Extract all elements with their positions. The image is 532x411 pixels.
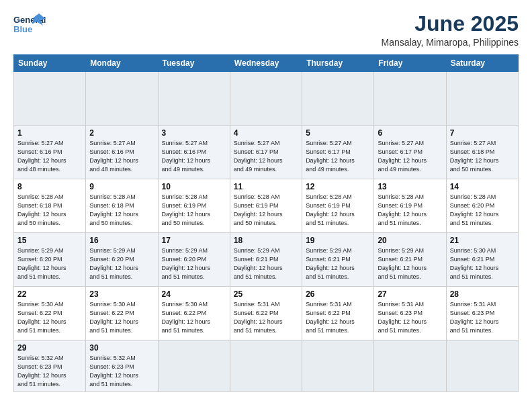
day-number: 9	[89, 182, 154, 191]
day-info: Sunrise: 5:30 AMSunset: 6:22 PMDaylight:…	[17, 301, 66, 334]
day-info: Sunrise: 5:30 AMSunset: 6:22 PMDaylight:…	[89, 301, 138, 334]
day-number: 19	[306, 236, 370, 245]
col-thursday: Thursday	[302, 55, 374, 72]
table-cell	[446, 72, 518, 126]
table-cell: 13Sunrise: 5:28 AMSunset: 6:19 PMDayligh…	[374, 179, 446, 233]
col-tuesday: Tuesday	[158, 55, 230, 72]
day-info: Sunrise: 5:28 AMSunset: 6:18 PMDaylight:…	[17, 193, 66, 226]
day-info: Sunrise: 5:30 AMSunset: 6:22 PMDaylight:…	[162, 301, 211, 334]
day-number: 27	[378, 289, 442, 299]
day-info: Sunrise: 5:28 AMSunset: 6:19 PMDaylight:…	[162, 193, 211, 226]
table-cell: 4Sunrise: 5:27 AMSunset: 6:17 PMDaylight…	[230, 126, 302, 179]
day-info: Sunrise: 5:29 AMSunset: 6:20 PMDaylight:…	[162, 247, 211, 280]
table-cell: 5Sunrise: 5:27 AMSunset: 6:17 PMDaylight…	[302, 126, 374, 179]
day-info: Sunrise: 5:28 AMSunset: 6:18 PMDaylight:…	[89, 193, 138, 226]
table-cell: 19Sunrise: 5:29 AMSunset: 6:21 PMDayligh…	[302, 233, 374, 287]
table-cell: 1Sunrise: 5:27 AMSunset: 6:16 PMDaylight…	[14, 126, 86, 179]
day-info: Sunrise: 5:31 AMSunset: 6:22 PMDaylight:…	[234, 301, 283, 334]
table-cell: 30Sunrise: 5:32 AMSunset: 6:23 PMDayligh…	[86, 340, 158, 392]
logo: General Blue	[13, 12, 46, 38]
day-number: 15	[17, 236, 82, 245]
table-cell: 7Sunrise: 5:27 AMSunset: 6:18 PMDaylight…	[446, 126, 518, 179]
table-cell	[230, 340, 302, 392]
day-number: 4	[234, 128, 298, 138]
table-cell: 9Sunrise: 5:28 AMSunset: 6:18 PMDaylight…	[86, 179, 158, 233]
table-cell	[158, 72, 230, 126]
table-cell: 28Sunrise: 5:31 AMSunset: 6:23 PMDayligh…	[446, 287, 518, 340]
day-number: 24	[162, 289, 226, 299]
table-cell: 26Sunrise: 5:31 AMSunset: 6:22 PMDayligh…	[302, 287, 374, 340]
table-cell: 8Sunrise: 5:28 AMSunset: 6:18 PMDaylight…	[14, 179, 86, 233]
day-info: Sunrise: 5:29 AMSunset: 6:20 PMDaylight:…	[89, 247, 138, 280]
table-cell: 21Sunrise: 5:30 AMSunset: 6:21 PMDayligh…	[446, 233, 518, 287]
day-info: Sunrise: 5:31 AMSunset: 6:22 PMDaylight:…	[306, 301, 355, 334]
col-monday: Monday	[86, 55, 158, 72]
day-number: 20	[378, 236, 442, 245]
day-number: 13	[378, 182, 442, 191]
col-sunday: Sunday	[14, 55, 86, 72]
table-cell: 29Sunrise: 5:32 AMSunset: 6:23 PMDayligh…	[14, 340, 86, 392]
table-cell	[302, 72, 374, 126]
day-info: Sunrise: 5:30 AMSunset: 6:21 PMDaylight:…	[450, 247, 499, 280]
day-info: Sunrise: 5:29 AMSunset: 6:21 PMDaylight:…	[306, 247, 355, 280]
col-friday: Friday	[374, 55, 446, 72]
table-cell: 27Sunrise: 5:31 AMSunset: 6:23 PMDayligh…	[374, 287, 446, 340]
table-cell	[446, 340, 518, 392]
day-info: Sunrise: 5:27 AMSunset: 6:16 PMDaylight:…	[162, 140, 211, 173]
day-number: 2	[89, 128, 154, 138]
day-number: 8	[17, 182, 82, 191]
table-cell: 25Sunrise: 5:31 AMSunset: 6:22 PMDayligh…	[230, 287, 302, 340]
day-info: Sunrise: 5:28 AMSunset: 6:19 PMDaylight:…	[378, 193, 427, 226]
title-block: June 2025 Mansalay, Mimaropa, Philippine…	[382, 12, 519, 48]
day-number: 14	[450, 182, 515, 191]
table-cell: 15Sunrise: 5:29 AMSunset: 6:20 PMDayligh…	[14, 233, 86, 287]
location: Mansalay, Mimaropa, Philippines	[382, 37, 519, 48]
table-cell: 3Sunrise: 5:27 AMSunset: 6:16 PMDaylight…	[158, 126, 230, 179]
table-cell: 6Sunrise: 5:27 AMSunset: 6:17 PMDaylight…	[374, 126, 446, 179]
day-number: 30	[89, 343, 154, 353]
logo-icon: General Blue	[13, 12, 46, 38]
table-cell: 10Sunrise: 5:28 AMSunset: 6:19 PMDayligh…	[158, 179, 230, 233]
day-number: 5	[306, 128, 370, 138]
table-cell: 22Sunrise: 5:30 AMSunset: 6:22 PMDayligh…	[14, 287, 86, 340]
day-info: Sunrise: 5:28 AMSunset: 6:19 PMDaylight:…	[234, 193, 283, 226]
month-title: June 2025	[382, 12, 519, 36]
day-number: 25	[234, 289, 298, 299]
day-info: Sunrise: 5:32 AMSunset: 6:23 PMDaylight:…	[89, 355, 138, 387]
day-number: 10	[162, 182, 226, 191]
calendar-header-row: Sunday Monday Tuesday Wednesday Thursday…	[14, 55, 519, 72]
day-number: 26	[306, 289, 370, 299]
table-cell	[158, 340, 230, 392]
table-cell: 20Sunrise: 5:29 AMSunset: 6:21 PMDayligh…	[374, 233, 446, 287]
day-info: Sunrise: 5:29 AMSunset: 6:21 PMDaylight:…	[234, 247, 283, 280]
table-cell: 14Sunrise: 5:28 AMSunset: 6:20 PMDayligh…	[446, 179, 518, 233]
day-number: 1	[17, 128, 82, 138]
calendar-table: Sunday Monday Tuesday Wednesday Thursday…	[13, 54, 519, 392]
table-cell: 17Sunrise: 5:29 AMSunset: 6:20 PMDayligh…	[158, 233, 230, 287]
page: General Blue June 2025 Mansalay, Mimarop…	[0, 0, 532, 411]
day-info: Sunrise: 5:27 AMSunset: 6:16 PMDaylight:…	[17, 140, 66, 173]
day-number: 21	[450, 236, 515, 245]
table-cell: 11Sunrise: 5:28 AMSunset: 6:19 PMDayligh…	[230, 179, 302, 233]
svg-text:Blue: Blue	[13, 24, 32, 34]
table-cell: 16Sunrise: 5:29 AMSunset: 6:20 PMDayligh…	[86, 233, 158, 287]
day-info: Sunrise: 5:27 AMSunset: 6:18 PMDaylight:…	[450, 140, 499, 173]
day-number: 16	[89, 236, 154, 245]
table-cell: 18Sunrise: 5:29 AMSunset: 6:21 PMDayligh…	[230, 233, 302, 287]
table-cell	[14, 72, 86, 126]
col-saturday: Saturday	[446, 55, 518, 72]
day-number: 6	[378, 128, 442, 138]
day-info: Sunrise: 5:31 AMSunset: 6:23 PMDaylight:…	[450, 301, 499, 334]
day-number: 12	[306, 182, 370, 191]
table-cell	[374, 340, 446, 392]
table-cell: 24Sunrise: 5:30 AMSunset: 6:22 PMDayligh…	[158, 287, 230, 340]
day-info: Sunrise: 5:32 AMSunset: 6:23 PMDaylight:…	[17, 355, 66, 387]
table-cell: 2Sunrise: 5:27 AMSunset: 6:16 PMDaylight…	[86, 126, 158, 179]
col-wednesday: Wednesday	[230, 55, 302, 72]
day-number: 17	[162, 236, 226, 245]
day-info: Sunrise: 5:28 AMSunset: 6:19 PMDaylight:…	[306, 193, 355, 226]
day-number: 28	[450, 289, 515, 299]
day-info: Sunrise: 5:29 AMSunset: 6:21 PMDaylight:…	[378, 247, 427, 280]
day-info: Sunrise: 5:31 AMSunset: 6:23 PMDaylight:…	[378, 301, 427, 334]
day-info: Sunrise: 5:27 AMSunset: 6:17 PMDaylight:…	[306, 140, 355, 173]
